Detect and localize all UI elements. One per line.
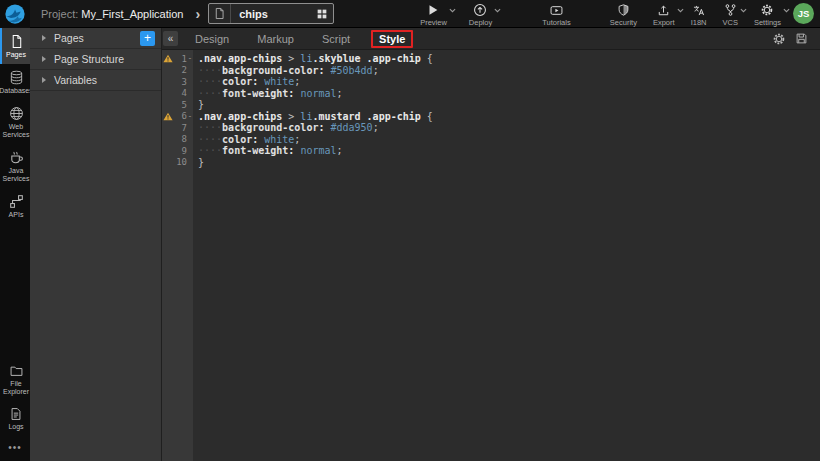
i18n-button[interactable]: I18N: [691, 0, 707, 27]
chevron-down-icon[interactable]: [494, 8, 501, 13]
line-number: 6: [174, 111, 187, 121]
sidebar-item-apis[interactable]: APIs: [0, 188, 30, 224]
add-page-button[interactable]: +: [140, 31, 155, 46]
gear-icon: [760, 3, 774, 17]
sidebar-item-java-services[interactable]: Java Services: [0, 144, 30, 188]
token-ws: ····: [198, 145, 222, 156]
token-ws: ····: [198, 65, 222, 76]
wavemaker-logo[interactable]: [0, 0, 30, 28]
folder-icon: [9, 364, 24, 378]
chevron-down-icon[interactable]: [449, 8, 456, 13]
token-pun: ;: [294, 76, 300, 87]
tab-style[interactable]: Style: [371, 30, 413, 48]
token-prop: color:: [222, 76, 258, 87]
sidebar-item-file-explorer[interactable]: File Explorer: [0, 358, 30, 401]
token-val: #dda950: [330, 122, 372, 133]
line-number: 4: [174, 88, 187, 98]
preview-button[interactable]: Preview: [420, 0, 447, 27]
more-menu-button[interactable]: •••: [0, 436, 30, 461]
token-val: #50b4dd: [330, 65, 372, 76]
collapse-panel-button[interactable]: «: [163, 31, 178, 46]
token-val: normal: [300, 145, 336, 156]
branch-icon: [724, 3, 737, 17]
preview-label: Preview: [420, 18, 447, 27]
token-ws: ····: [198, 88, 222, 99]
token-pun: >: [282, 53, 300, 64]
save-button[interactable]: [795, 32, 808, 46]
token-sel: .nav.app-chips: [198, 53, 282, 64]
gear-icon: [772, 32, 786, 46]
export-icon: [657, 3, 670, 17]
pages-grid-icon[interactable]: [311, 8, 333, 20]
sidebar-item-web-services[interactable]: Web Services: [0, 100, 30, 144]
security-button[interactable]: Security: [610, 0, 637, 27]
code-text: ····color: white;: [193, 76, 300, 87]
token-sel: .app-chip: [361, 111, 421, 122]
toolbar-left-group: PreviewDeploy: [420, 0, 492, 27]
save-icon: [795, 32, 808, 45]
token-prop: color:: [222, 134, 258, 145]
chevron-right-icon: [42, 77, 46, 83]
project-label: Project:: [41, 8, 78, 20]
token-pun: ;: [294, 134, 300, 145]
sidebar-item-databases[interactable]: Databases: [0, 64, 30, 100]
breadcrumb-chevron: ›: [195, 6, 200, 22]
code-text: ····background-color: #dda950;: [193, 122, 379, 133]
code-text: .nav.app-chips > li.skyblue .app-chip {: [193, 53, 433, 64]
settings-button[interactable]: Settings: [754, 0, 781, 27]
code-line: 5}: [162, 99, 820, 111]
play-icon: [426, 3, 440, 17]
token-tag: li: [300, 111, 312, 122]
code-text: }: [193, 157, 204, 168]
editor-tabs: DesignMarkupScriptStyle: [188, 30, 427, 48]
tab-script[interactable]: Script: [315, 31, 357, 47]
chevron-down-icon[interactable]: [740, 8, 747, 13]
panel-section-pages[interactable]: Pages+: [30, 28, 161, 49]
project-name: My_First_Application: [81, 8, 183, 20]
toolbar-mid-group: Tutorials: [542, 0, 570, 27]
css-code-editor[interactable]: 1-.nav.app-chips > li.skyblue .app-chip …: [162, 50, 820, 461]
tutorials-button[interactable]: Tutorials: [542, 0, 570, 27]
deploy-button[interactable]: Deploy: [469, 0, 492, 27]
warning-icon: [162, 54, 174, 63]
export-button[interactable]: Export: [653, 0, 675, 27]
code-line: 6-.nav.app-chips > li.mustard .app-chip …: [162, 111, 820, 123]
tab-design[interactable]: Design: [188, 31, 236, 47]
chevron-down-icon[interactable]: [677, 8, 684, 13]
line-number: 3: [174, 77, 187, 87]
line-number: 7: [174, 123, 187, 133]
editor-settings-button[interactable]: [772, 32, 786, 46]
page-tab-chips[interactable]: chips: [208, 3, 334, 24]
tab-markup[interactable]: Markup: [250, 31, 301, 47]
project-breadcrumb: Project: My_First_Application: [41, 8, 183, 20]
sidebar-item-pages[interactable]: Pages: [0, 28, 30, 64]
code-text: ····font-weight: normal;: [193, 145, 343, 156]
code-line: 4····font-weight: normal;: [162, 88, 820, 100]
translate-icon: [692, 3, 706, 17]
panel-section-page-structure[interactable]: Page Structure: [30, 49, 161, 70]
vcs-button[interactable]: VCS: [722, 0, 737, 27]
api-icon: [9, 194, 24, 209]
chevron-right-icon: [42, 56, 46, 62]
sidebar-item-label: Logs: [8, 423, 23, 431]
deploy-label: Deploy: [469, 18, 492, 27]
token-pun: }: [198, 99, 204, 110]
line-number: 2: [174, 65, 187, 75]
panel-section-label: Variables: [54, 74, 155, 86]
code-text: ····background-color: #50b4dd;: [193, 65, 379, 76]
chevron-down-icon[interactable]: [783, 8, 790, 13]
sidebar-item-logs[interactable]: Logs: [0, 401, 30, 436]
sidebar-item-label: Pages: [6, 51, 26, 59]
token-sel: .mustard: [312, 111, 360, 122]
shield-icon: [617, 3, 630, 17]
panel-section-variables[interactable]: Variables: [30, 70, 161, 91]
code-line: 1-.nav.app-chips > li.skyblue .app-chip …: [162, 53, 820, 65]
line-number: 10: [174, 157, 187, 167]
token-val: white: [264, 134, 294, 145]
line-number: 5: [174, 100, 187, 110]
sidebar-item-label: APIs: [9, 211, 24, 219]
line-number: 9: [174, 146, 187, 156]
token-val: normal: [300, 88, 336, 99]
avatar[interactable]: JS: [793, 3, 814, 24]
code-line: 2····background-color: #50b4dd;: [162, 65, 820, 77]
